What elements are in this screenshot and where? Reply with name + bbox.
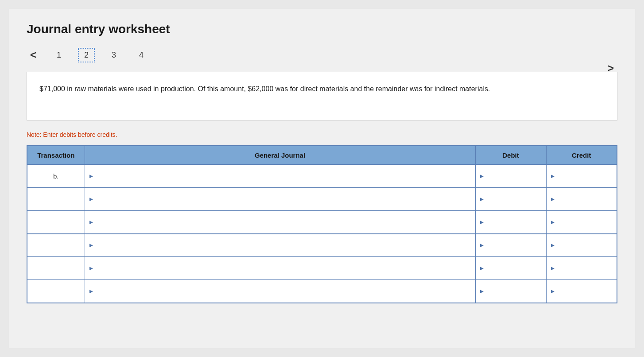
transaction-cell-6 [27, 280, 85, 303]
tab-1[interactable]: 1 [50, 48, 67, 62]
journal-input-3[interactable] [96, 217, 471, 226]
journal-cell-6[interactable]: ► [85, 280, 475, 303]
debit-arrow-5: ► [479, 265, 485, 272]
arrow-icon-6: ► [89, 288, 94, 295]
journal-cell-4[interactable]: ► [85, 234, 475, 257]
tab-4[interactable]: 4 [133, 48, 150, 62]
arrow-icon-5: ► [89, 265, 94, 272]
journal-cell-3[interactable]: ► [85, 211, 475, 234]
table-row: ► ► ► [27, 188, 617, 211]
debit-cell-1[interactable]: ► [475, 165, 546, 188]
credit-arrow-3: ► [550, 219, 556, 225]
credit-input-1[interactable] [557, 172, 613, 181]
table-row: b. ► ► ► [27, 165, 617, 188]
arrow-icon-2: ► [89, 196, 94, 202]
credit-cell-4[interactable]: ► [546, 234, 617, 257]
debit-input-4[interactable] [486, 241, 542, 250]
table-row: ► ► ► [27, 234, 617, 257]
nav-left-arrow[interactable]: < [27, 47, 40, 63]
table-header-row: Transaction General Journal Debit Credit [27, 146, 617, 165]
journal-table: Transaction General Journal Debit Credit… [27, 145, 617, 303]
transaction-cell-2 [27, 188, 85, 211]
table-row: ► ► ► [27, 257, 617, 280]
debit-input-5[interactable] [486, 264, 542, 273]
transaction-cell-4 [27, 234, 85, 257]
journal-input-6[interactable] [96, 287, 471, 295]
credit-input-3[interactable] [557, 217, 613, 226]
transaction-cell-3 [27, 211, 85, 234]
arrow-icon-1: ► [89, 173, 94, 179]
debit-arrow-3: ► [479, 219, 485, 225]
transaction-cell-1: b. [27, 165, 85, 188]
credit-cell-6[interactable]: ► [546, 280, 617, 303]
header-transaction: Transaction [27, 146, 85, 165]
credit-cell-2[interactable]: ► [546, 188, 617, 211]
debit-cell-3[interactable]: ► [475, 211, 546, 234]
credit-input-4[interactable] [557, 241, 613, 250]
arrow-icon-3: ► [89, 219, 94, 225]
debit-input-3[interactable] [486, 217, 542, 226]
description-box: $71,000 in raw materials were used in pr… [27, 72, 617, 120]
description-text: $71,000 in raw materials were used in pr… [39, 85, 490, 93]
credit-arrow-1: ► [550, 173, 556, 179]
table-row: ► ► ► [27, 211, 617, 234]
credit-cell-1[interactable]: ► [546, 165, 617, 188]
journal-input-4[interactable] [96, 241, 471, 250]
credit-cell-5[interactable]: ► [546, 257, 617, 280]
credit-input-6[interactable] [557, 287, 613, 295]
debit-arrow-1: ► [479, 173, 485, 179]
tab-2[interactable]: 2 [78, 48, 95, 62]
note-text: Note: Enter debits before credits. [27, 131, 617, 138]
journal-input-2[interactable] [96, 195, 471, 204]
debit-cell-4[interactable]: ► [475, 234, 546, 257]
page-title: Journal entry worksheet [27, 22, 617, 36]
credit-input-5[interactable] [557, 264, 613, 273]
journal-cell-1[interactable]: ► [85, 165, 475, 188]
debit-cell-5[interactable]: ► [475, 257, 546, 280]
credit-arrow-4: ► [550, 242, 556, 248]
nav-right-arrow[interactable]: > [604, 60, 617, 76]
debit-input-1[interactable] [486, 172, 542, 181]
journal-cell-2[interactable]: ► [85, 188, 475, 211]
header-credit: Credit [546, 146, 617, 165]
header-general-journal: General Journal [85, 146, 475, 165]
debit-input-2[interactable] [486, 195, 542, 204]
debit-arrow-6: ► [479, 288, 485, 295]
credit-input-2[interactable] [557, 195, 613, 204]
transaction-label-1: b. [53, 172, 59, 180]
credit-arrow-5: ► [550, 265, 556, 272]
journal-input-5[interactable] [96, 264, 471, 273]
journal-cell-5[interactable]: ► [85, 257, 475, 280]
table-row: ► ► ► [27, 280, 617, 303]
debit-arrow-4: ► [479, 242, 485, 248]
page-container: Journal entry worksheet < 1 2 3 4 > $71,… [9, 9, 635, 348]
header-debit: Debit [475, 146, 546, 165]
debit-arrow-2: ► [479, 196, 485, 202]
tab-3[interactable]: 3 [105, 48, 122, 62]
arrow-icon-4: ► [89, 242, 94, 248]
credit-cell-3[interactable]: ► [546, 211, 617, 234]
journal-input-1[interactable] [96, 172, 471, 181]
debit-input-6[interactable] [486, 287, 542, 295]
debit-cell-6[interactable]: ► [475, 280, 546, 303]
debit-cell-2[interactable]: ► [475, 188, 546, 211]
credit-arrow-2: ► [550, 196, 556, 202]
transaction-cell-5 [27, 257, 85, 280]
nav-row: < 1 2 3 4 [27, 47, 617, 63]
credit-arrow-6: ► [550, 288, 556, 295]
